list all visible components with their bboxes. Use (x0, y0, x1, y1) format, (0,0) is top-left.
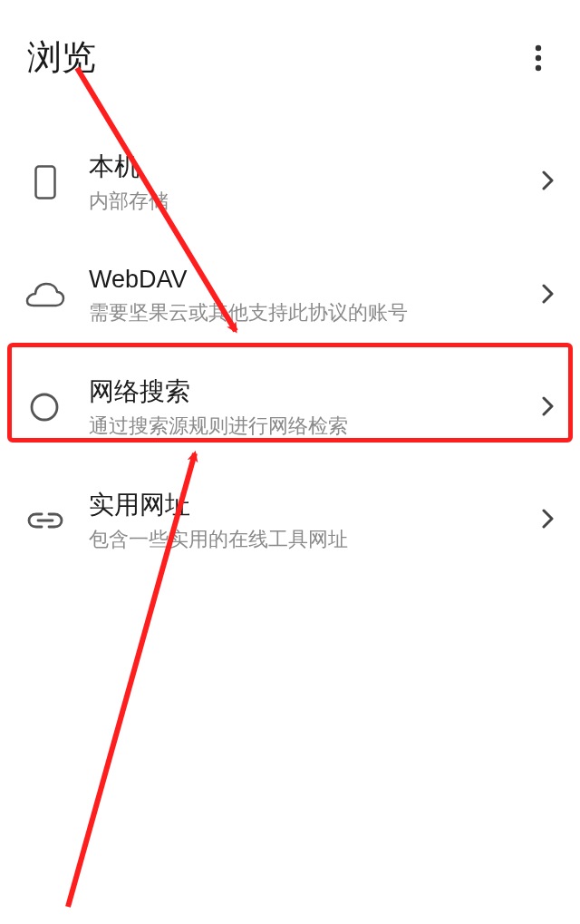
item-content: 网络搜索 通过搜索源规则进行网络检索 (65, 374, 542, 441)
item-title: 实用网址 (89, 488, 533, 522)
item-subtitle: 需要坚果云或其他支持此协议的账号 (89, 297, 533, 327)
list-item-web-search[interactable]: 网络搜索 通过搜索源规则进行网络检索 (0, 351, 580, 464)
browse-list: 本机 内部存储 WebDAV 需要坚果云或其他支持此协议的账号 (0, 99, 580, 578)
item-title: WebDAV (89, 263, 533, 296)
phone-icon (25, 162, 65, 202)
link-icon (25, 501, 65, 540)
more-vertical-icon (535, 44, 542, 72)
svg-point-2 (536, 64, 541, 70)
chevron-right-icon (542, 284, 555, 307)
more-button[interactable] (520, 40, 556, 76)
chevron-right-icon (542, 396, 555, 420)
item-subtitle: 通过搜索源规则进行网络检索 (89, 411, 533, 441)
search-icon (25, 388, 65, 428)
list-item-useful-urls[interactable]: 实用网址 包含一些实用的在线工具网址 (0, 464, 580, 578)
item-subtitle: 内部存储 (89, 186, 533, 216)
svg-point-0 (536, 44, 541, 50)
item-content: WebDAV 需要坚果云或其他支持此协议的账号 (65, 263, 542, 327)
chevron-right-icon (542, 509, 555, 532)
list-item-local[interactable]: 本机 内部存储 (0, 126, 580, 239)
svg-point-4 (32, 394, 57, 420)
item-title: 本机 (89, 150, 533, 184)
item-title: 网络搜索 (89, 374, 533, 409)
svg-point-1 (536, 54, 541, 60)
item-subtitle: 包含一些实用的在线工具网址 (89, 524, 533, 554)
page-title: 浏览 (27, 34, 96, 81)
chevron-right-icon (542, 170, 555, 194)
item-content: 本机 内部存储 (65, 150, 542, 216)
cloud-icon (25, 276, 65, 316)
list-item-webdav[interactable]: WebDAV 需要坚果云或其他支持此协议的账号 (0, 239, 580, 351)
header: 浏览 (0, 0, 580, 99)
svg-rect-3 (36, 167, 55, 199)
item-content: 实用网址 包含一些实用的在线工具网址 (65, 488, 542, 554)
